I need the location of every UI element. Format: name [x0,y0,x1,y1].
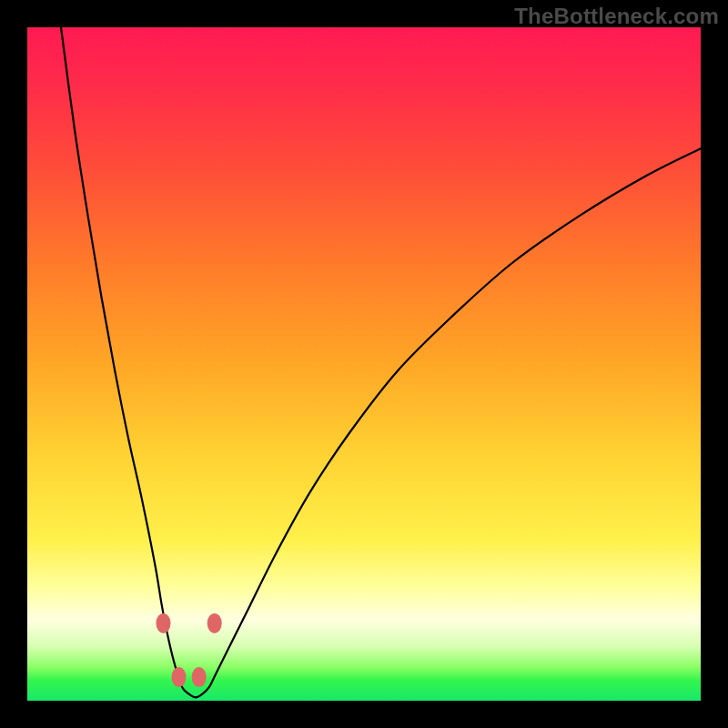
curve-svg [27,27,701,701]
watermark-text: TheBottleneck.com [514,4,719,29]
curve-markers [156,613,221,687]
plot-area [27,27,701,701]
marker-dot [207,613,222,633]
marker-dot [172,667,187,687]
bottleneck-curve [61,27,701,697]
marker-dot [192,667,207,687]
chart-frame: TheBottleneck.com [0,0,728,728]
marker-dot [156,613,170,633]
